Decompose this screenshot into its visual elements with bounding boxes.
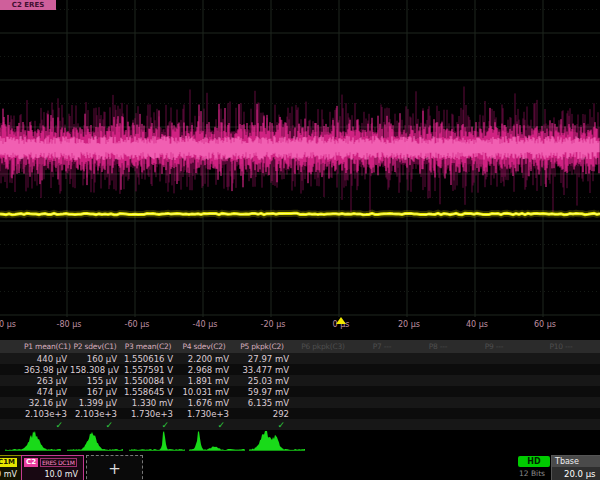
bit-resolution-label: 12 Bits xyxy=(519,469,545,478)
measure-histicon[interactable] xyxy=(248,429,306,453)
measure-header[interactable]: P5 pkpk(C2) xyxy=(232,342,292,351)
measure-header[interactable]: P8 --- xyxy=(410,342,466,351)
measure-value: 1.399 µV xyxy=(70,398,120,408)
measure-status-check: ✓ xyxy=(120,420,176,430)
time-axis-tick-label: -80 µs xyxy=(57,320,82,329)
measure-value: 1.558645 V xyxy=(120,387,176,397)
measure-table: P1 mean(C1)P2 sdev(C1)P3 mean(C2)P4 sdev… xyxy=(0,340,600,430)
measure-value: 474 µV xyxy=(24,387,70,397)
measure-header[interactable]: P10 --- xyxy=(522,342,600,351)
oscilloscope-screen: C2 ERES -100 µs-80 µs-60 µs-40 µs-20 µs0… xyxy=(0,0,600,480)
timebase-value: 20.0 µs xyxy=(552,467,600,479)
measure-header[interactable]: P3 mean(C2) xyxy=(120,342,176,351)
measure-value: 1.330 mV xyxy=(120,398,176,408)
measure-value: 1.676 mV xyxy=(176,398,232,408)
measure-value: 263 µV xyxy=(24,376,70,386)
measure-header[interactable]: P4 sdev(C2) xyxy=(176,342,232,351)
measure-value: 6.135 mV xyxy=(232,398,292,408)
measure-value: 2.968 mV xyxy=(176,365,232,375)
measure-value: 2.103e+3 xyxy=(24,409,70,419)
measure-value: 160 µV xyxy=(70,354,120,364)
measure-value: 1.557591 V xyxy=(120,365,176,375)
measure-value: 292 xyxy=(232,409,292,419)
timebase-title: Tbase xyxy=(552,456,600,467)
trigger-time-marker-icon[interactable] xyxy=(336,317,346,324)
measure-value: 2.103e+3 xyxy=(70,409,120,419)
measure-header[interactable]: P1 mean(C1) xyxy=(24,342,70,351)
measure-value: 155 µV xyxy=(70,376,120,386)
plus-icon: + xyxy=(108,460,121,478)
measure-header[interactable]: P6 pkpk(C3) xyxy=(292,342,354,351)
time-axis-tick-label: -100 µs xyxy=(0,320,16,329)
measure-header[interactable]: P9 --- xyxy=(466,342,522,351)
measure-histicon[interactable] xyxy=(4,429,62,453)
c1-coupling-badge: DC1M xyxy=(0,458,17,467)
measure-value: 158.308 µV xyxy=(70,365,120,375)
measure-value: 1.550616 V xyxy=(120,354,176,364)
measure-value: 59.97 mV xyxy=(232,387,292,397)
measure-histicon[interactable] xyxy=(188,429,246,453)
measure-value: 440 µV xyxy=(24,354,70,364)
c2-volts-per-div: 10.0 mV xyxy=(44,470,83,479)
measure-value: 363.98 µV xyxy=(24,365,70,375)
measure-header[interactable]: P2 sdev(C1) xyxy=(70,342,120,351)
measure-status-check: ✓ xyxy=(24,420,70,430)
measure-value: 10.031 mV xyxy=(176,387,232,397)
time-axis: -100 µs-80 µs-60 µs-40 µs-20 µs0 µs20 µs… xyxy=(0,317,600,333)
measure-histicon[interactable] xyxy=(66,429,124,453)
measure-header[interactable]: P7 --- xyxy=(354,342,410,351)
waveform-grid-area xyxy=(0,0,600,318)
measure-value: 1.891 mV xyxy=(176,376,232,386)
measure-value: 1.550084 V xyxy=(120,376,176,386)
measure-value: 1.730e+3 xyxy=(176,409,232,419)
channel-c2-descriptor[interactable]: C2 ERES DC1M 10.0 mV xyxy=(21,455,84,480)
measure-value: 167 µV xyxy=(70,387,120,397)
measure-histicon[interactable] xyxy=(128,429,186,453)
channel-c1-descriptor[interactable]: C1 DC1M 10.0 mV xyxy=(0,455,22,480)
time-axis-tick-label: 60 µs xyxy=(534,320,556,329)
time-axis-tick-label: 20 µs xyxy=(398,320,420,329)
trace-label-badge: C2 ERES xyxy=(0,0,56,10)
measure-value: 32.16 µV xyxy=(24,398,70,408)
measure-value: 33.477 mV xyxy=(232,365,292,375)
measure-value: 2.200 mV xyxy=(176,354,232,364)
timebase-descriptor[interactable]: Tbase 20.0 µs xyxy=(551,455,600,480)
measure-value: 25.03 mV xyxy=(232,376,292,386)
time-axis-tick-label: 40 µs xyxy=(466,320,488,329)
measure-status-check: ✓ xyxy=(70,420,120,430)
hd-mode-badge[interactable]: HD xyxy=(518,456,550,467)
time-axis-tick-label: -60 µs xyxy=(125,320,150,329)
add-trace-button[interactable]: + xyxy=(86,455,143,480)
measure-status-check: ✓ xyxy=(232,420,292,430)
time-axis-tick-label: -20 µs xyxy=(261,320,286,329)
c1-volts-per-div: 10.0 mV xyxy=(0,470,17,479)
measure-value: 27.97 mV xyxy=(232,354,292,364)
c2-label-badge: C2 xyxy=(24,458,38,467)
time-axis-tick-label: -40 µs xyxy=(193,320,218,329)
measure-value: 1.730e+3 xyxy=(120,409,176,419)
c2-coupling-badge: ERES DC1M xyxy=(40,458,77,467)
measure-status-check: ✓ xyxy=(176,420,232,430)
